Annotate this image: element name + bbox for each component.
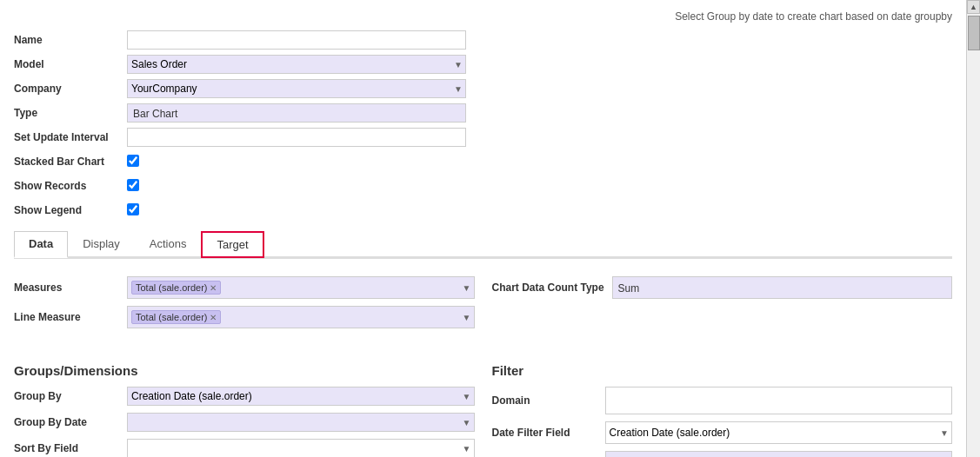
scrollbar-thumb[interactable]	[968, 16, 980, 50]
bottom-two-col: Groups/Dimensions Group By Creation Date…	[14, 349, 952, 457]
line-measure-select[interactable]: Total (sale.order) ✕	[127, 306, 475, 328]
measures-row: Measures Total (sale.order) ✕ ▼	[14, 276, 475, 299]
chart-data-value: Sum	[612, 276, 953, 299]
group-by-select[interactable]: Creation Date (sale.order)	[127, 387, 475, 406]
left-column: Measures Total (sale.order) ✕ ▼	[14, 276, 475, 335]
model-select[interactable]: Sales Order	[127, 55, 466, 74]
measures-dropdown-arrow: ▼	[463, 283, 471, 293]
tab-content-data: Measures Total (sale.order) ✕ ▼	[14, 266, 952, 457]
show-legend-row: Show Legend	[14, 200, 952, 221]
sort-by-field-label: Sort By Field	[14, 442, 127, 454]
top-notice: Select Group by date to create chart bas…	[14, 7, 952, 30]
date-filter-field-row: Date Filter Field Creation Date (sale.or…	[492, 421, 953, 444]
groups-section-title: Groups/Dimensions	[14, 363, 475, 378]
filter-section-title: Filter	[492, 363, 953, 378]
tab-display[interactable]: Display	[68, 231, 135, 258]
scrollbar-up[interactable]: ▲	[967, 0, 980, 14]
tab-actions[interactable]: Actions	[135, 231, 202, 258]
measures-tag: Total (sale.order) ✕	[131, 281, 221, 295]
stacked-label: Stacked Bar Chart	[14, 156, 127, 168]
company-select[interactable]: YourCompany	[127, 79, 466, 98]
filter-column: Filter Domain Date Filter Field Creat	[492, 349, 953, 457]
domain-input[interactable]	[605, 387, 953, 414]
two-col-layout: Measures Total (sale.order) ✕ ▼	[14, 276, 952, 335]
set-update-label: Set Update Interval	[14, 131, 127, 143]
show-legend-label: Show Legend	[14, 204, 127, 216]
domain-row: Domain	[492, 387, 953, 414]
chart-data-row: Chart Data Count Type Sum	[492, 276, 953, 299]
type-row: Type Bar Chart	[14, 103, 952, 123]
group-by-row: Group By Creation Date (sale.order) ▼	[14, 387, 475, 406]
show-legend-checkbox[interactable]	[127, 203, 139, 215]
company-label: Company	[14, 83, 127, 95]
name-row: Name	[14, 30, 952, 50]
right-column: Chart Data Count Type Sum	[492, 276, 953, 335]
group-by-date-label: Group By Date	[14, 416, 127, 428]
chart-data-label: Chart Data Count Type	[492, 281, 605, 294]
date-filter-field-select[interactable]: Creation Date (sale.order)	[605, 421, 953, 444]
sort-by-field-row: Sort By Field ▼	[14, 439, 475, 457]
line-measure-tag-label: Total (sale.order)	[136, 312, 208, 322]
show-records-row: Show Records	[14, 176, 952, 196]
group-by-label: Group By	[14, 390, 127, 402]
show-records-label: Show Records	[14, 180, 127, 192]
name-label: Name	[14, 34, 127, 46]
date-filter-selection-value: None	[605, 451, 953, 457]
form-section: Name Model Sales Order ▼ Company	[14, 30, 952, 221]
line-measure-tag: Total (sale.order) ✕	[131, 310, 221, 324]
type-display: Bar Chart	[127, 103, 466, 123]
company-row: Company YourCompany ▼	[14, 78, 952, 99]
set-update-input[interactable]	[127, 128, 466, 147]
domain-label: Domain	[492, 394, 605, 407]
scrollbar[interactable]: ▲	[966, 0, 980, 457]
line-measure-dropdown-arrow: ▼	[463, 313, 471, 322]
date-filter-field-label: Date Filter Field	[492, 427, 605, 439]
sort-by-field-select[interactable]	[127, 439, 475, 457]
tab-target[interactable]: Target	[201, 231, 263, 258]
tabs-container: Data Display Actions Target	[14, 231, 952, 258]
name-input[interactable]	[127, 30, 466, 50]
line-measure-row: Line Measure Total (sale.order) ✕ ▼	[14, 306, 475, 328]
measures-tag-remove[interactable]: ✕	[210, 283, 217, 293]
set-update-row: Set Update Interval	[14, 127, 952, 148]
model-row: Model Sales Order ▼	[14, 54, 952, 75]
model-label: Model	[14, 58, 127, 70]
line-measure-tag-remove[interactable]: ✕	[210, 313, 217, 322]
groups-column: Groups/Dimensions Group By Creation Date…	[14, 349, 475, 457]
line-measure-label: Line Measure	[14, 311, 127, 323]
show-records-checkbox[interactable]	[127, 179, 139, 191]
date-filter-selection-row: Date Filter Selection None	[492, 451, 953, 457]
measures-tag-label: Total (sale.order)	[136, 282, 208, 293]
measures-select[interactable]: Total (sale.order) ✕	[127, 276, 475, 299]
tab-divider	[14, 258, 952, 259]
type-label: Type	[14, 107, 127, 119]
tab-data[interactable]: Data	[14, 231, 68, 258]
group-by-date-row: Group By Date ▼	[14, 413, 475, 432]
stacked-checkbox[interactable]	[127, 155, 139, 167]
stacked-row: Stacked Bar Chart	[14, 151, 952, 172]
measures-label: Measures	[14, 281, 127, 294]
